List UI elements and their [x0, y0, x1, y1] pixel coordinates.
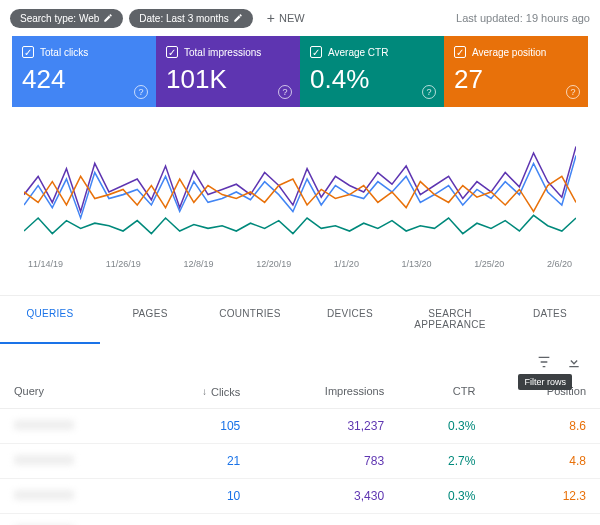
plus-icon: +	[267, 10, 275, 26]
help-icon[interactable]: ?	[422, 85, 436, 99]
help-icon[interactable]: ?	[134, 85, 148, 99]
position-cell: 4.8	[489, 443, 600, 478]
last-updated: Last updated: 19 hours ago	[456, 12, 590, 24]
tab-devices[interactable]: DEVICES	[300, 296, 400, 344]
performance-chart: 11/14/1911/26/1912/8/1912/20/191/1/201/1…	[12, 107, 588, 287]
ctr-cell: 0.3%	[398, 408, 489, 443]
position-cell: 8.6	[489, 408, 600, 443]
tab-queries[interactable]: QUERIES	[0, 296, 100, 344]
query-table: Query ↓Clicks Impressions CTR Position 1…	[0, 375, 600, 525]
chart-series	[24, 215, 576, 233]
impressions-cell: 2,615	[254, 513, 398, 525]
clicks-cell: 10	[145, 478, 254, 513]
table-actions: Filter rows	[0, 344, 600, 375]
ctr-cell: 0.3%	[398, 478, 489, 513]
help-icon[interactable]: ?	[278, 85, 292, 99]
tab-countries[interactable]: COUNTRIES	[200, 296, 300, 344]
impressions-cell: 3,430	[254, 478, 398, 513]
col-header-clicks[interactable]: ↓Clicks	[145, 375, 254, 408]
new-label: NEW	[279, 12, 305, 24]
query-cell	[14, 490, 74, 500]
position-cell: 6.8	[489, 513, 600, 525]
tab-pages[interactable]: PAGES	[100, 296, 200, 344]
metric-total-impressions[interactable]: ✓Total impressions 101K ?	[156, 36, 300, 107]
pencil-icon	[103, 13, 113, 23]
checkbox-checked-icon: ✓	[22, 46, 34, 58]
col-header-ctr[interactable]: CTR	[398, 375, 489, 408]
filter-rows-tooltip: Filter rows	[518, 374, 572, 390]
col-header-query[interactable]: Query	[0, 375, 145, 408]
tab-bar: QUERIESPAGESCOUNTRIESDEVICESSEARCH APPEA…	[0, 295, 600, 344]
ctr-cell: 2.7%	[398, 443, 489, 478]
sort-descending-icon: ↓	[202, 386, 207, 397]
col-header-impressions[interactable]: Impressions	[254, 375, 398, 408]
metric-cards: ✓Total clicks 424 ? ✓Total impressions 1…	[12, 36, 588, 107]
filter-date[interactable]: Date: Last 3 months	[129, 9, 253, 28]
metric-average-position[interactable]: ✓Average position 27 ?	[444, 36, 588, 107]
impressions-cell: 31,237	[254, 408, 398, 443]
table-row[interactable]: 10531,2370.3%8.6	[0, 408, 600, 443]
checkbox-checked-icon: ✓	[310, 46, 322, 58]
query-cell	[14, 420, 74, 430]
clicks-cell: 105	[145, 408, 254, 443]
table-row[interactable]: 217832.7%4.8	[0, 443, 600, 478]
filter-bar: Search type: Web Date: Last 3 months + N…	[0, 0, 600, 36]
checkbox-checked-icon: ✓	[166, 46, 178, 58]
add-filter-button[interactable]: + NEW	[259, 6, 313, 30]
filter-icon	[536, 354, 552, 370]
help-icon[interactable]: ?	[566, 85, 580, 99]
chart-x-axis: 11/14/1911/26/1912/8/1912/20/191/1/201/1…	[24, 257, 576, 279]
impressions-cell: 783	[254, 443, 398, 478]
filter-search-type-label: Search type: Web	[20, 13, 99, 24]
filter-rows-button[interactable]	[536, 354, 552, 373]
download-icon	[566, 354, 582, 370]
chart-series	[24, 147, 576, 212]
query-cell	[14, 455, 74, 465]
filter-date-label: Date: Last 3 months	[139, 13, 229, 24]
download-button[interactable]	[566, 354, 582, 373]
pencil-icon	[233, 13, 243, 23]
metric-average-ctr[interactable]: ✓Average CTR 0.4% ?	[300, 36, 444, 107]
metric-total-clicks[interactable]: ✓Total clicks 424 ?	[12, 36, 156, 107]
position-cell: 12.3	[489, 478, 600, 513]
checkbox-checked-icon: ✓	[454, 46, 466, 58]
clicks-cell: 21	[145, 443, 254, 478]
tab-search-appearance[interactable]: SEARCH APPEARANCE	[400, 296, 500, 344]
clicks-cell: 9	[145, 513, 254, 525]
tab-dates[interactable]: DATES	[500, 296, 600, 344]
table-row[interactable]: 103,4300.3%12.3	[0, 478, 600, 513]
table-row[interactable]: 92,6150.3%6.8	[0, 513, 600, 525]
filter-search-type[interactable]: Search type: Web	[10, 9, 123, 28]
ctr-cell: 0.3%	[398, 513, 489, 525]
